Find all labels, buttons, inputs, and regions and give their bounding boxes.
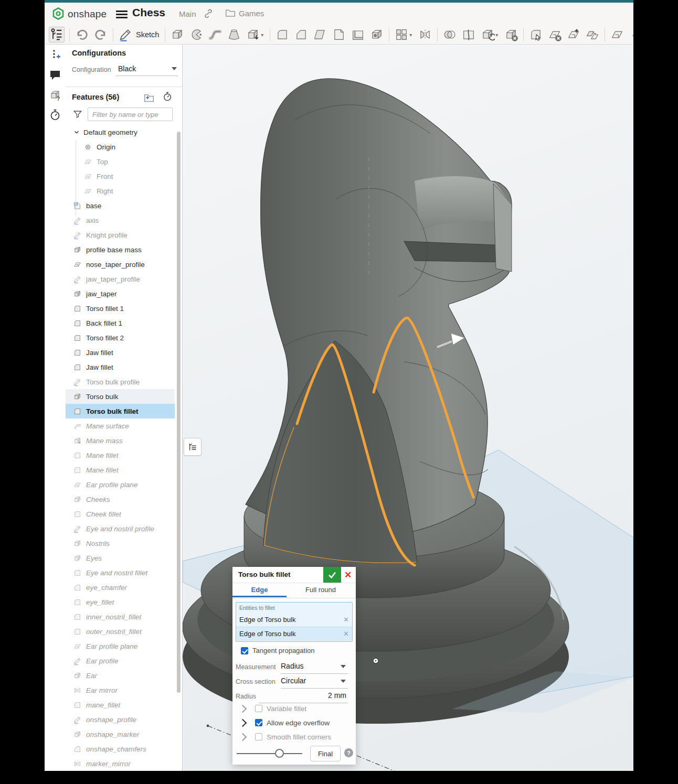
entity-row[interactable]: Edge of Torso bulk ✕ xyxy=(236,613,352,627)
feature-row-eye-chamfer[interactable]: eye_chamfer xyxy=(66,580,175,595)
tangent-propagation-row[interactable]: Tangent propagation xyxy=(237,647,315,654)
feature-row-eye-and-nostril-fillet[interactable]: Eye and nostril fillet xyxy=(66,565,175,580)
feature-row-torso-fillet-1[interactable]: Torso fillet 1 xyxy=(66,301,175,316)
thicken-button[interactable] xyxy=(246,27,260,42)
share-link-icon[interactable] xyxy=(203,8,214,19)
option-smooth-fillet-corners[interactable]: Smooth fillet corners xyxy=(236,731,353,743)
feature-list-button[interactable] xyxy=(49,27,65,42)
chevron-right-icon[interactable] xyxy=(239,733,247,741)
option-checkbox[interactable] xyxy=(255,705,262,712)
sketch-label[interactable]: Sketch xyxy=(136,30,159,39)
feature-row-mane-fillet[interactable]: mane_fillet xyxy=(66,697,175,712)
mirror-button[interactable] xyxy=(418,27,432,42)
help-icon[interactable]: ? xyxy=(344,748,353,757)
feature-row-mane-surface[interactable]: Mane surface xyxy=(66,418,175,433)
rollback-slider-knob[interactable] xyxy=(275,749,284,758)
onshape-logo-icon[interactable] xyxy=(52,7,65,20)
configuration-dropdown[interactable]: Black xyxy=(116,63,178,76)
workspace-name[interactable]: Main xyxy=(179,9,196,18)
hole-button[interactable] xyxy=(369,27,384,42)
modify-fillet-button[interactable] xyxy=(528,27,543,42)
feature-row-torso-bulk-profile[interactable]: Torso bulk profile xyxy=(66,374,175,389)
comment-icon[interactable] xyxy=(49,69,61,81)
replace-face-button[interactable] xyxy=(585,27,600,42)
rollback-list-toggle-button[interactable] xyxy=(184,438,202,456)
feature-row-cheek-fillet[interactable]: Cheek fillet xyxy=(66,507,175,521)
redo-button[interactable] xyxy=(93,27,108,42)
option-allow-edge-overflow[interactable]: Allow edge overflow xyxy=(236,716,353,729)
final-button[interactable]: Final xyxy=(310,746,341,761)
feature-row-base[interactable]: base xyxy=(66,198,175,213)
chevron-down-icon[interactable] xyxy=(341,665,346,668)
chevron-down-icon[interactable] xyxy=(73,128,80,136)
extrude-button[interactable] xyxy=(170,27,185,42)
feature-row-inner-nostril-fillet[interactable]: inner_nostril_fillet xyxy=(66,609,175,624)
remove-entity-icon[interactable]: ✕ xyxy=(343,613,349,627)
feature-row-profile-base-mass[interactable]: profile base mass xyxy=(66,242,175,257)
folder-breadcrumb[interactable]: Games xyxy=(225,8,264,18)
delete-part-button[interactable] xyxy=(504,27,518,42)
sweep-button[interactable] xyxy=(208,27,223,42)
feature-row-jaw-fillet[interactable]: Jaw fillet xyxy=(66,345,175,360)
transform-button[interactable] xyxy=(480,27,495,42)
feature-row-origin[interactable]: Origin xyxy=(66,139,175,154)
feature-row-back-fillet-1[interactable]: Back fillet 1 xyxy=(66,316,175,330)
feature-row-right[interactable]: Right xyxy=(66,184,175,198)
sketch-button[interactable] xyxy=(118,27,133,42)
boolean-button[interactable] xyxy=(442,27,457,42)
measurement-value[interactable]: Radius xyxy=(281,662,304,670)
add-folder-icon[interactable] xyxy=(143,93,155,102)
tab-full-round[interactable]: Full round xyxy=(287,583,355,597)
loft-button[interactable] xyxy=(227,27,241,42)
feature-row-onshape-marker[interactable]: onshape_marker xyxy=(66,727,175,742)
feature-row-ear-profile-plane[interactable]: Ear profile plane xyxy=(66,477,175,492)
draft-button[interactable] xyxy=(313,27,327,42)
part-question-icon[interactable]: ? xyxy=(49,89,61,101)
feature-row-onshape-chamfers[interactable]: onshape_chamfers xyxy=(66,742,175,756)
split-button[interactable] xyxy=(461,27,476,42)
scrollbar-thumb[interactable] xyxy=(177,132,181,693)
feature-row-mane-fillet[interactable]: Mane fillet xyxy=(66,463,175,477)
dialog-header[interactable]: Torso bulk fillet ✕ xyxy=(232,567,356,583)
rollback-slider-track[interactable] xyxy=(237,753,302,754)
graphics-viewport[interactable]: Torso bulk fillet ✕ Edge Full round Enti… xyxy=(183,45,633,771)
feature-row-eye-and-nostril-profile[interactable]: Eye and nostril profile xyxy=(66,521,175,536)
panel-scrollbar[interactable] xyxy=(177,127,181,768)
feature-row-mane-fillet[interactable]: Mane fillet xyxy=(66,448,175,463)
feature-row-eyes[interactable]: Eyes xyxy=(66,551,175,565)
feature-row-jaw-fillet[interactable]: Jaw fillet xyxy=(66,360,175,374)
option-checkbox[interactable] xyxy=(255,719,262,726)
feature-row-cheeks[interactable]: Cheeks xyxy=(66,492,175,507)
feature-row-jaw-taper[interactable]: jaw_taper xyxy=(66,286,175,301)
chevron-down-icon[interactable]: ▾ xyxy=(261,27,266,42)
feature-row-default-geometry[interactable]: Default geometry xyxy=(66,125,175,139)
feature-row-mane-mass[interactable]: Mane mass xyxy=(66,433,175,448)
plane-button[interactable] xyxy=(610,27,624,42)
option-checkbox[interactable] xyxy=(255,733,262,740)
feature-row-axis[interactable]: axis xyxy=(66,213,175,228)
move-face-button[interactable] xyxy=(566,27,581,42)
delete-face-button[interactable] xyxy=(547,27,562,42)
feature-row-jaw-taper-profile[interactable]: jaw_taper_profile xyxy=(66,272,175,286)
chevron-down-icon[interactable] xyxy=(341,680,346,683)
feature-row-torso-fillet-2[interactable]: Torso fillet 2 xyxy=(66,330,175,345)
cancel-button[interactable]: ✕ xyxy=(342,568,354,581)
cross-section-value[interactable]: Circular xyxy=(281,676,306,685)
undo-button[interactable] xyxy=(75,27,89,42)
feature-row-top[interactable]: Top xyxy=(66,154,175,169)
feature-row-nostrils[interactable]: Nostrils xyxy=(66,536,175,551)
document-title[interactable]: Chess xyxy=(132,6,165,19)
feature-row-marker-mirror[interactable]: marker_mirror xyxy=(66,756,175,771)
chevron-down-icon[interactable]: ▾ xyxy=(495,27,501,42)
feature-row-ear-profile[interactable]: Ear profile xyxy=(66,653,175,668)
version-graph-icon[interactable] xyxy=(49,49,61,61)
radius-value[interactable]: 2 mm xyxy=(328,691,346,700)
chevron-right-icon[interactable] xyxy=(239,718,247,727)
option-variable-fillet[interactable]: Variable fillet xyxy=(236,702,353,715)
document-menu-button[interactable] xyxy=(116,9,128,18)
mate-connector-button[interactable] xyxy=(629,27,633,42)
fillet-button[interactable] xyxy=(275,27,290,42)
entities-to-fillet-box[interactable]: Entities to fillet Edge of Torso bulk ✕ … xyxy=(236,602,353,642)
feature-row-torso-bulk[interactable]: Torso bulk xyxy=(66,389,175,404)
accept-button[interactable] xyxy=(323,567,341,583)
